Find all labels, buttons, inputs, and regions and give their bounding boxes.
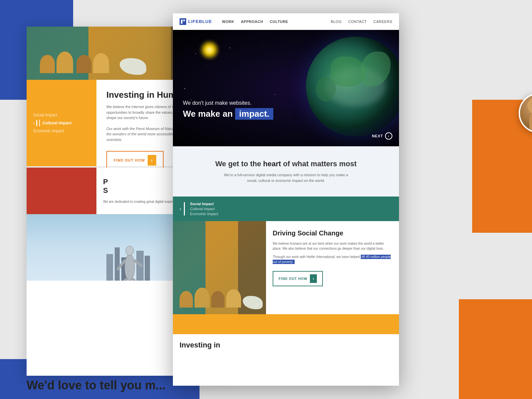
svg-rect-12: [183, 20, 185, 21]
teal-nav: Social Impact Cultural Impact Economic I…: [190, 202, 218, 216]
heart-heading: We get to the heart of what matters most: [193, 160, 379, 168]
arrow-icon: ›: [148, 155, 156, 166]
bottom-heading: We'd love to tell you m...: [27, 378, 166, 392]
sidebar-item-economic[interactable]: Economic Impact: [33, 128, 90, 134]
investing-section: Investing in: [173, 334, 399, 353]
teal-nav-economic[interactable]: Economic Impact: [190, 212, 218, 216]
svg-rect-4: [145, 256, 150, 281]
robot-svg: [106, 214, 153, 281]
bg-orange-bottom-right: [459, 299, 532, 399]
nav-right: BLOG CONTACT CAREERS: [331, 20, 392, 24]
hero-section: We don't just make websites. We make an …: [173, 30, 399, 146]
heart-section: We get to the heart of what matters most…: [173, 146, 399, 197]
logo-icon: [180, 18, 186, 25]
hero-subtitle: We don't just make websites.: [183, 100, 273, 106]
svg-line-9: [125, 279, 127, 281]
nav-work[interactable]: WORK: [222, 20, 234, 24]
teal-nav-section: › Social Impact Cultural Impact Economic…: [173, 197, 399, 221]
hero-text: We don't just make websites. We make an …: [183, 100, 273, 120]
logo-text: LIFEBLUE: [188, 19, 212, 24]
bottom-text: We'd love to tell you m...: [27, 378, 166, 392]
teal-nav-social[interactable]: Social Impact: [190, 202, 218, 206]
logo: LIFEBLUE: [180, 18, 212, 25]
nav-blog[interactable]: BLOG: [331, 20, 342, 24]
driving-highlight: lift 40 million people out of poverty.: [273, 255, 391, 264]
svg-rect-1: [115, 247, 120, 281]
driving-image: [173, 221, 266, 314]
svg-line-10: [132, 279, 135, 281]
hero-bg: [173, 30, 399, 146]
driving-find-button[interactable]: FIND OUT HOW ›: [273, 271, 323, 286]
driving-content: Driving Social Change We believe humans …: [266, 221, 399, 314]
svg-point-6: [126, 246, 134, 255]
impact-highlight: impact.: [235, 108, 273, 120]
driving-section: Driving Social Change We believe humans …: [173, 221, 399, 314]
yellow-strip-bottom: [173, 314, 399, 334]
driving-body: We believe humans are at our best when o…: [273, 241, 392, 251]
driving-heading: Driving Social Change: [273, 229, 392, 237]
sidebar-item-cultural[interactable]: Cultural Impact: [39, 120, 71, 126]
earth-visual: [306, 37, 399, 136]
svg-rect-11: [181, 20, 183, 24]
navbar: LIFEBLUE WORK APPROACH CULTURE BLOG CONT…: [173, 13, 399, 30]
nav-careers[interactable]: CAREERS: [373, 20, 392, 24]
teal-nav-cultural[interactable]: Cultural Impact: [190, 207, 218, 211]
teal-divider: [184, 202, 185, 215]
sidebar-nav-yellow: Social Impact › Cultural Impact Economic…: [27, 80, 96, 166]
investing-heading-front: Investing in: [180, 341, 392, 349]
nav-culture[interactable]: CULTURE: [270, 20, 288, 24]
heart-body: We're a full-service digital media compa…: [223, 172, 349, 183]
svg-point-5: [125, 254, 135, 281]
driving-arrow-icon: ›: [310, 274, 317, 283]
next-button[interactable]: NEXT ›: [372, 132, 392, 140]
hero-title: We make an impact.: [183, 108, 273, 120]
sidebar-item-social[interactable]: Social Impact: [33, 112, 90, 118]
front-page: LIFEBLUE WORK APPROACH CULTURE BLOG CONT…: [173, 13, 399, 386]
driving-quote: Through our work with Heifer Internation…: [273, 254, 392, 264]
nav-approach[interactable]: APPROACH: [241, 20, 263, 24]
find-out-button-yellow[interactable]: FIND OUT HOW ›: [106, 151, 164, 170]
svg-rect-0: [106, 254, 113, 281]
nav-arrow-cultural: ›: [33, 120, 35, 126]
nav-links: WORK APPROACH CULTURE: [222, 20, 331, 24]
sun-glow: [200, 40, 219, 60]
nav-contact[interactable]: CONTACT: [348, 20, 367, 24]
teal-arrow-icon: ›: [180, 206, 181, 211]
next-arrow-icon: ›: [385, 132, 392, 140]
